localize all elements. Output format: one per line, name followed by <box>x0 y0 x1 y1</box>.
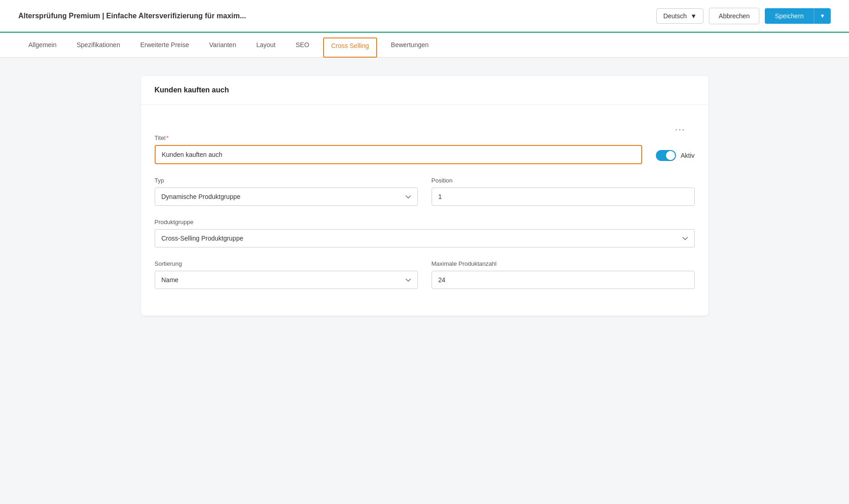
card-body: ··· Titel* Aktiv <box>141 105 708 316</box>
titel-label: Titel* <box>155 134 643 141</box>
max-produkte-group: Maximale Produktanzahl <box>432 260 695 289</box>
tab-seo[interactable]: SEO <box>286 33 319 58</box>
main-content: Kunden kauften auch ··· Titel* Ak <box>104 58 745 334</box>
tabs-container: Allgemein Spezifikationen Erweiterte Pre… <box>0 33 849 58</box>
aktiv-label: Aktiv <box>681 152 694 159</box>
tab-varianten[interactable]: Varianten <box>199 33 246 58</box>
position-input[interactable] <box>432 188 695 206</box>
cancel-button[interactable]: Abbrechen <box>709 8 759 24</box>
toggle-knob <box>666 151 675 160</box>
tab-allgemein[interactable]: Allgemein <box>18 33 66 58</box>
produktgruppe-group: Produktgruppe Cross-Selling Produktgrupp… <box>155 219 695 247</box>
language-select[interactable]: Deutsch ▼ <box>656 8 703 24</box>
typ-group: Typ Dynamische Produktgruppe <box>155 177 418 206</box>
titel-group: Titel* <box>155 134 643 164</box>
titel-row: Titel* Aktiv <box>155 134 695 164</box>
typ-select[interactable]: Dynamische Produktgruppe <box>155 188 418 206</box>
dots-icon: ··· <box>675 124 686 134</box>
typ-position-row: Typ Dynamische Produktgruppe Position <box>155 177 695 206</box>
card-title: Kunden kauften auch <box>141 76 708 105</box>
typ-select-wrapper: Dynamische Produktgruppe <box>155 188 418 206</box>
typ-label: Typ <box>155 177 418 184</box>
sortierung-maxprodukte-row: Sortierung Name Maximale Produktanzahl <box>155 260 695 289</box>
titel-input[interactable] <box>155 145 643 164</box>
save-button[interactable]: Speichern <box>765 8 814 24</box>
tab-layout[interactable]: Layout <box>246 33 286 58</box>
position-label: Position <box>432 177 695 184</box>
chevron-down-icon: ▼ <box>690 12 697 20</box>
top-header: Altersprüfung Premium | Einfache Altersv… <box>0 0 849 33</box>
sortierung-select-wrapper: Name <box>155 271 418 289</box>
header-actions: Deutsch ▼ Abbrechen Speichern ▼ <box>656 8 831 24</box>
aktiv-toggle-group: Aktiv <box>656 150 694 161</box>
aktiv-toggle[interactable] <box>656 150 676 161</box>
sortierung-group: Sortierung Name <box>155 260 418 289</box>
tabs: Allgemein Spezifikationen Erweiterte Pre… <box>18 33 831 57</box>
language-label: Deutsch <box>663 12 687 20</box>
card: Kunden kauften auch ··· Titel* Ak <box>141 76 708 316</box>
position-group: Position <box>432 177 695 206</box>
tab-bewertungen[interactable]: Bewertungen <box>381 33 439 58</box>
page-title: Altersprüfung Premium | Einfache Altersv… <box>18 12 246 20</box>
max-produkte-input[interactable] <box>432 271 695 289</box>
tab-erweiterte-preise[interactable]: Erweiterte Preise <box>130 33 199 58</box>
save-button-group: Speichern ▼ <box>765 8 831 24</box>
chevron-down-icon: ▼ <box>820 13 825 19</box>
context-menu-button[interactable]: ··· <box>155 118 695 134</box>
produktgruppe-label: Produktgruppe <box>155 219 695 225</box>
sortierung-select[interactable]: Name <box>155 271 418 289</box>
sortierung-label: Sortierung <box>155 260 418 267</box>
produktgruppe-select-wrapper: Cross-Selling Produktgruppe <box>155 229 695 247</box>
tab-spezifikationen[interactable]: Spezifikationen <box>66 33 130 58</box>
produktgruppe-select[interactable]: Cross-Selling Produktgruppe <box>155 229 695 247</box>
tab-cross-selling[interactable]: Cross Selling <box>323 38 377 58</box>
save-dropdown-button[interactable]: ▼ <box>814 8 831 24</box>
max-produkte-label: Maximale Produktanzahl <box>432 260 695 267</box>
